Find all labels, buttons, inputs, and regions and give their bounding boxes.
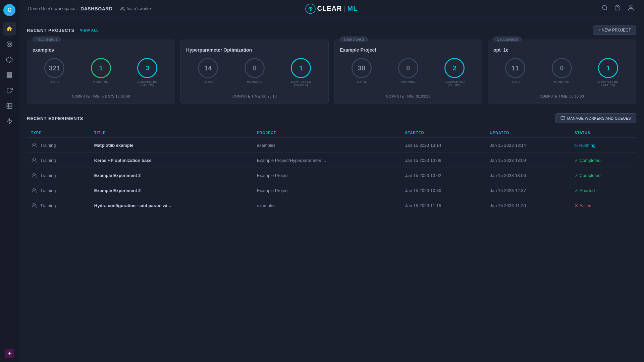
svg-point-28	[33, 173, 36, 175]
search-button[interactable]	[602, 5, 608, 12]
sidebar-item-pipelines[interactable]	[3, 68, 16, 82]
stat-circle-total-3: 11	[505, 58, 525, 78]
user-button[interactable]	[627, 4, 635, 13]
sidebar: C ✦	[0, 0, 19, 362]
status-label-4: Failed	[580, 203, 591, 208]
slack-icon[interactable]: ✦	[5, 349, 14, 358]
cell-title-4: Hydra configuration - add param wi...	[90, 198, 253, 213]
manage-workers-button[interactable]: MANAGE WORKERS AND QUEUES	[555, 113, 636, 123]
svg-point-13	[310, 8, 311, 9]
col-started: STARTED	[401, 128, 486, 138]
sidebar-item-reports[interactable]	[3, 84, 16, 97]
svg-point-22	[33, 143, 36, 145]
svg-line-24	[35, 144, 36, 145]
table-row[interactable]: Training Example Experiment 2 Example Pr…	[27, 168, 636, 183]
stat-completed-2: 2 COMPLETED (24 hrs)	[444, 58, 465, 87]
sidebar-item-deploy[interactable]	[3, 115, 16, 128]
cell-started-2: Jan 15 2023 13:02	[401, 168, 486, 183]
team-chevron[interactable]: ▾	[150, 7, 151, 10]
view-all-button[interactable]: VIEW ALL	[80, 28, 99, 32]
cell-started-0: Jan 15 2023 13:14	[401, 138, 486, 153]
experiments-thead: TYPE TITLE PROJECT STARTED UPDATED STATU…	[27, 128, 636, 138]
svg-line-26	[32, 159, 33, 160]
project-sub-tag-3: 1 sub projects	[493, 37, 522, 42]
workspace-label: Demo User's workspace	[28, 6, 75, 11]
cell-status-0: ▷ Running	[571, 138, 636, 153]
svg-point-14	[602, 5, 606, 9]
breadcrumb-sep: /	[77, 6, 78, 11]
cell-type-4: Training	[27, 198, 90, 213]
project-stats-1: 14 TOTAL 0 RUNNING 1 COMPLETED	[186, 58, 323, 87]
table-row[interactable]: Training Example Experiment 2 Example Pr…	[27, 183, 636, 198]
stat-completed-0: 3 COMPLETED (24 hrs)	[137, 58, 158, 87]
svg-rect-3	[7, 73, 12, 74]
stat-label-completed-2: COMPLETED (24 hrs)	[444, 80, 465, 87]
status-badge-4: ✕ Failed	[575, 203, 632, 208]
cell-updated-3: Jan 15 2023 12:37	[486, 183, 570, 198]
stat-circle-running-3: 0	[552, 58, 572, 78]
training-icon	[31, 172, 38, 179]
cell-title-3: Example Experiment 2	[90, 183, 253, 198]
manage-btn-label: MANAGE WORKERS AND QUEUES	[567, 116, 631, 120]
svg-line-23	[32, 144, 33, 145]
project-stats-2: 30 TOTAL 0 RUNNING 2 COMPLETED	[340, 58, 477, 87]
stat-completed-3: 1 COMPLETED (24 hrs)	[598, 58, 619, 87]
training-icon	[31, 187, 38, 194]
project-card-hpo[interactable]: Hyperparameter Optimization 14 TOTAL 0 R…	[180, 40, 329, 104]
projects-grid: 7 sub projects examples 321 TOTAL 1	[27, 40, 636, 104]
table-row[interactable]: Training Keras HP optimization base Exam…	[27, 153, 636, 168]
experiments-table: TYPE TITLE PROJECT STARTED UPDATED STATU…	[27, 128, 636, 213]
cell-title-2: Example Experiment 2	[90, 168, 253, 183]
col-status: STATUS	[571, 128, 636, 138]
stat-circle-total-2: 30	[352, 58, 372, 78]
cell-type-1: Training	[27, 153, 90, 168]
project-sub-tag-0: 7 sub projects	[33, 37, 61, 42]
sidebar-item-tables[interactable]	[3, 99, 16, 113]
new-project-button[interactable]: + NEW PROJECT	[593, 25, 636, 35]
stat-label-completed-0: COMPLETED (24 hrs)	[137, 80, 158, 87]
status-label-3: Aborted	[580, 188, 595, 193]
cell-title-1: Keras HP optimization base	[90, 153, 253, 168]
project-card-opt[interactable]: 1 sub projects opt_1c 11 TOTAL 0 RUNNING	[488, 40, 636, 104]
cell-status-4: ✕ Failed	[571, 198, 636, 213]
svg-point-18	[630, 5, 632, 7]
cell-project-2: Example Project	[253, 168, 401, 183]
project-card-examples[interactable]: 7 sub projects examples 321 TOTAL 1	[27, 40, 175, 104]
stat-label-running-3: RUNNING	[554, 80, 570, 83]
recent-projects-header: RECENT PROJECTS VIEW ALL + NEW PROJECT	[27, 25, 636, 35]
svg-line-35	[32, 204, 33, 205]
stat-circle-total-1: 14	[198, 58, 218, 78]
help-button[interactable]	[614, 5, 621, 12]
cell-project-0: examples	[253, 138, 401, 153]
sidebar-item-datasets[interactable]	[3, 53, 16, 66]
recent-experiments-title: RECENT EXPERIMENTS	[27, 116, 83, 121]
col-project: PROJECT	[253, 128, 401, 138]
project-name-3: opt_1c	[493, 47, 630, 53]
sidebar-logo[interactable]: C	[3, 4, 15, 16]
svg-rect-19	[561, 117, 565, 119]
table-row[interactable]: Training Matplotlib example examples Jan…	[27, 138, 636, 153]
cell-status-1: ✓ Completed	[571, 153, 636, 168]
sidebar-item-experiments[interactable]	[3, 38, 16, 51]
logo-ml: ML	[347, 5, 358, 12]
stat-label-total-2: TOTAL	[357, 80, 367, 83]
cell-updated-0: Jan 15 2023 13:14	[486, 138, 570, 153]
table-row[interactable]: Training Hydra configuration - add param…	[27, 198, 636, 213]
team-selector[interactable]: Team's work ▾	[120, 6, 151, 11]
stat-circle-completed-3: 1	[598, 58, 618, 78]
svg-rect-4	[7, 74, 12, 75]
cell-started-3: Jan 15 2023 10:30	[401, 183, 486, 198]
compute-time-2: COMPUTE TIME: 01:33:23	[340, 91, 477, 98]
cell-updated-4: Jan 15 2023 11:20	[486, 198, 570, 213]
svg-marker-2	[7, 57, 12, 63]
project-sub-tag-2: 1 sub projects	[340, 37, 368, 42]
cell-updated-2: Jan 15 2023 13:06	[486, 168, 570, 183]
recent-projects-title: RECENT PROJECTS	[27, 28, 74, 33]
project-card-example[interactable]: 1 sub projects Example Project 30 TOTAL …	[334, 40, 482, 104]
status-badge-3: ✓ Aborted	[575, 188, 632, 193]
stat-circle-total-0: 321	[44, 58, 64, 78]
stat-completed-1: 1 COMPLETED (24 hrs)	[291, 58, 311, 87]
sidebar-item-home[interactable]	[3, 22, 16, 36]
new-project-label: + NEW PROJECT	[598, 28, 631, 33]
status-label-0: Running	[579, 143, 595, 148]
